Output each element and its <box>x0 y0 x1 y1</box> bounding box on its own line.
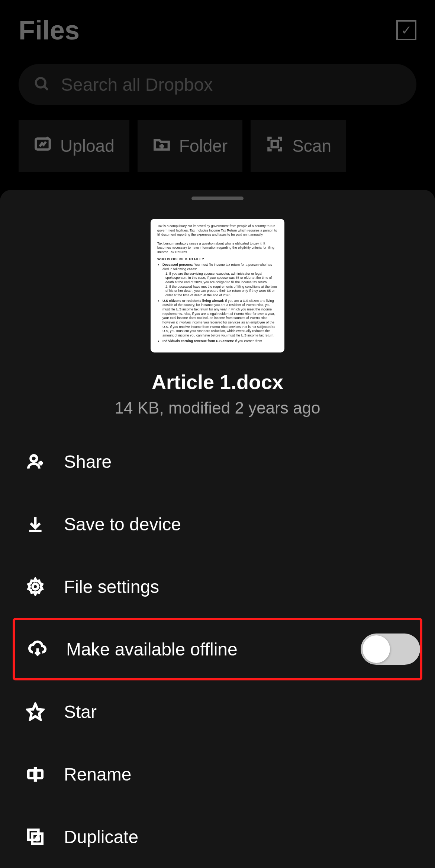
duplicate-item[interactable]: Duplicate <box>0 805 435 868</box>
upload-button[interactable]: Upload <box>19 120 129 172</box>
background-dim: Files ✓ Search all Dropbox Upload Folder… <box>0 0 435 190</box>
rename-icon <box>26 765 45 784</box>
rename-item[interactable]: Rename <box>0 743 435 805</box>
svg-rect-15 <box>36 770 42 778</box>
duplicate-icon <box>26 827 45 846</box>
file-settings-item[interactable]: File settings <box>0 555 435 618</box>
search-input[interactable]: Search all Dropbox <box>19 64 416 105</box>
svg-line-1 <box>44 86 48 90</box>
svg-point-6 <box>31 455 37 462</box>
rename-label: Rename <box>64 764 131 785</box>
svg-point-0 <box>36 78 45 87</box>
quick-actions: Upload Folder Scan <box>0 105 435 172</box>
search-icon <box>33 76 50 93</box>
scan-button[interactable]: Scan <box>251 120 346 172</box>
search-placeholder: Search all Dropbox <box>61 74 213 95</box>
toggle-knob <box>362 635 390 663</box>
make-available-offline-item[interactable]: Make available offline <box>13 618 422 680</box>
star-label: Star <box>64 702 97 722</box>
svg-point-11 <box>33 584 38 590</box>
gear-icon <box>26 577 45 596</box>
header: Files ✓ <box>0 0 435 57</box>
file-name: Article 1.docx <box>0 370 435 393</box>
multiselect-icon[interactable]: ✓ <box>396 20 416 40</box>
star-icon <box>26 702 45 721</box>
settings-label: File settings <box>64 577 159 597</box>
offline-label: Make available offline <box>66 639 238 660</box>
file-options-sheet: Tax is a compulsory cut imposed by gover… <box>0 190 435 868</box>
cloud-download-icon <box>28 640 47 658</box>
star-item[interactable]: Star <box>0 680 435 743</box>
folder-add-icon <box>152 135 171 157</box>
share-label: Share <box>64 451 112 472</box>
folder-label: Folder <box>179 136 228 156</box>
scan-icon <box>265 135 284 157</box>
svg-rect-5 <box>272 141 278 147</box>
page-title: Files <box>19 15 80 45</box>
svg-marker-13 <box>28 704 43 719</box>
upload-icon <box>33 135 52 157</box>
scan-label: Scan <box>292 136 331 156</box>
duplicate-label: Duplicate <box>64 827 138 847</box>
save-to-device-item[interactable]: Save to device <box>0 493 435 555</box>
file-meta: 14 KB, modified 2 years ago <box>0 399 435 417</box>
download-icon <box>26 515 45 533</box>
offline-toggle[interactable] <box>361 634 420 665</box>
svg-rect-14 <box>28 770 35 778</box>
sheet-grabber[interactable] <box>191 197 244 200</box>
upload-label: Upload <box>60 136 115 156</box>
file-thumbnail: Tax is a compulsory cut imposed by gover… <box>151 219 284 352</box>
share-item[interactable]: Share <box>0 430 435 493</box>
share-icon <box>26 452 45 471</box>
file-menu: Share Save to device File settings Make … <box>0 430 435 868</box>
folder-button[interactable]: Folder <box>138 120 242 172</box>
save-label: Save to device <box>64 514 181 534</box>
